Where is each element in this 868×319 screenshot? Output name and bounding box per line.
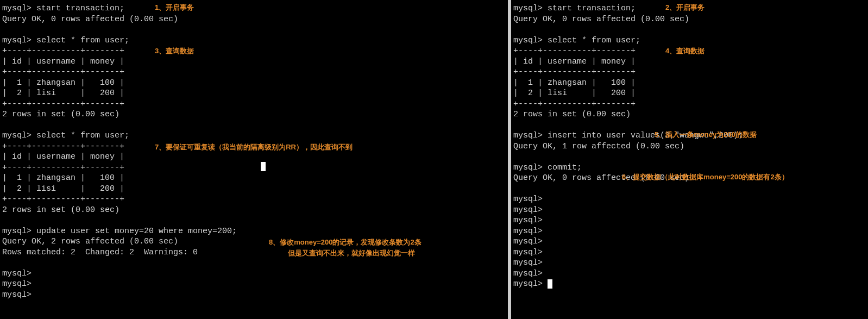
term-line: mysql> select * from user;: [2, 36, 129, 45]
term-line: 2 rows in set (0.00 sec): [2, 110, 119, 119]
term-line: mysql> select * from user;: [2, 131, 129, 140]
term-line: +----+----------+-------+: [513, 67, 636, 77]
term-line: mysql>: [513, 258, 543, 267]
term-line: | 1 | zhangsan | 100 |: [513, 78, 636, 87]
term-line: +----+----------+-------+: [2, 67, 124, 77]
term-line: | 1 | zhangsan | 100 |: [2, 173, 124, 183]
left-terminal[interactable]: mysql> start transaction; Query OK, 0 ro…: [0, 0, 508, 319]
annotation-1: 1、开启事务: [155, 3, 194, 12]
term-line: | 2 | lisi | 200 |: [513, 89, 636, 98]
annotation-2: 2、开启事务: [665, 3, 705, 12]
term-line: | id | username | money |: [2, 152, 124, 161]
term-line: 2 rows in set (0.00 sec): [2, 205, 119, 215]
term-line: +----+----------+-------+: [2, 46, 124, 55]
term-line: mysql> commit;: [513, 163, 582, 172]
term-line: +----+----------+-------+: [513, 46, 636, 55]
term-line: mysql> start transaction;: [513, 4, 636, 13]
annotation-4: 4、查询数据: [665, 47, 705, 56]
term-line: mysql> select * from user;: [513, 36, 640, 45]
term-line: mysql>: [2, 279, 32, 289]
term-line: +----+----------+-------+: [2, 163, 124, 172]
term-line: +----+----------+-------+: [2, 99, 124, 109]
term-line: Rows matched: 2 Changed: 2 Warnings: 0: [2, 248, 198, 257]
term-line: mysql>: [513, 216, 543, 225]
term-line: | 1 | zhangsan | 100 |: [2, 78, 124, 87]
term-line: +----+----------+-------+: [513, 99, 636, 109]
term-line: mysql>: [513, 195, 543, 204]
term-line: mysql>: [2, 290, 32, 299]
term-line: +----+----------+-------+: [2, 195, 124, 204]
term-line: Query OK, 0 rows affected (0.00 sec): [2, 15, 178, 24]
term-line: | 2 | lisi | 200 |: [2, 184, 124, 193]
annotation-5: 5、插入一条money为200的数据: [655, 130, 757, 140]
term-line: mysql> start transaction;: [2, 4, 124, 13]
annotation-7: 7、要保证可重复读（我当前的隔离级别为RR），因此查询不到: [155, 143, 353, 152]
term-line: mysql>: [513, 237, 543, 246]
term-line: mysql>: [513, 269, 543, 278]
annotation-6: 6、提交数据（此时数据库money=200的数据有2条）: [622, 173, 789, 182]
cursor-icon: [548, 279, 552, 289]
annotation-8b: 但是又查询不出来，就好像出现幻觉一样: [288, 249, 415, 258]
term-line: | 2 | lisi | 200 |: [2, 89, 124, 98]
term-line: 2 rows in set (0.00 sec): [513, 110, 631, 119]
annotation-3: 3、查询数据: [155, 47, 194, 56]
term-line: | id | username | money |: [2, 57, 124, 66]
term-line: | id | username | money |: [513, 57, 636, 66]
term-line: Query OK, 1 row affected (0.00 sec): [513, 142, 684, 151]
term-line: mysql>: [513, 205, 543, 215]
term-line: Query OK, 0 rows affected (0.00 sec): [513, 15, 689, 24]
term-line: +----+----------+-------+: [2, 142, 124, 151]
term-line: mysql>: [2, 269, 32, 278]
term-line: mysql> update user set money=20 where mo…: [2, 227, 237, 236]
term-line: mysql>: [513, 227, 543, 236]
term-line: mysql>: [513, 248, 543, 257]
annotation-8a: 8、修改money=200的记录，发现修改条数为2条: [269, 238, 422, 247]
term-line: mysql>: [513, 279, 552, 289]
cursor-icon: [261, 162, 266, 171]
term-line: Query OK, 2 rows affected (0.00 sec): [2, 237, 178, 246]
